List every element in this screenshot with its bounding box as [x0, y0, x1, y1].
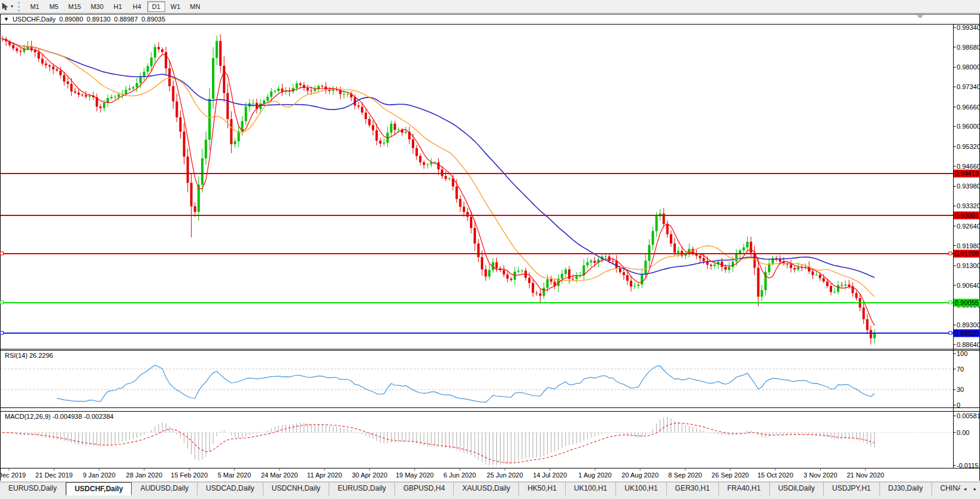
svg-text:25 Jun 2020: 25 Jun 2020	[487, 471, 523, 479]
pane-borders	[0, 14, 980, 481]
svg-text:3 Nov 2020: 3 Nov 2020	[803, 471, 837, 479]
svg-text:21 Nov 2020: 21 Nov 2020	[847, 471, 884, 479]
timeframe-W1-button[interactable]: W1	[166, 1, 185, 12]
ohlc-low: 0.88987	[114, 16, 138, 23]
svg-text:0.91709: 0.91709	[955, 250, 979, 257]
chevron-down-icon: ▾	[11, 4, 13, 9]
date-axis: 3 Dec 201921 Dec 20199 Jan 202028 Jan 20…	[0, 468, 884, 479]
chart-window: 0.993400.986800.980000.973400.966600.960…	[0, 0, 980, 499]
moving-averages-layer	[2, 39, 875, 325]
timeframe-M1-button[interactable]: M1	[26, 1, 44, 12]
svg-text:15 Feb 2020: 15 Feb 2020	[171, 471, 208, 479]
svg-text:3 Dec 2019: 3 Dec 2019	[0, 471, 26, 479]
cursor-icon	[1, 2, 9, 11]
ohlc-close: 0.89035	[141, 16, 165, 23]
svg-text:100: 100	[957, 350, 967, 357]
tab-USDCNH-Daily[interactable]: USDCNH,Daily	[263, 482, 329, 495]
svg-text:0.99340: 0.99340	[957, 24, 980, 31]
svg-text:11 Apr 2020: 11 Apr 2020	[307, 471, 342, 479]
svg-text:15 Oct 2020: 15 Oct 2020	[757, 471, 793, 479]
svg-text:30 Apr 2020: 30 Apr 2020	[352, 471, 387, 479]
macd-indicator-label: MACD(12,26,9) -0.004938 -0.002384	[5, 413, 114, 420]
chart-tabs: EURUSD,DailyUSDCHF,DailyAUDUSD,DailyUSDC…	[0, 482, 960, 495]
tab-scroll-left-icon[interactable]: ◂	[960, 482, 970, 495]
svg-text:0.88640: 0.88640	[957, 341, 980, 348]
timeframe-M30-button[interactable]: M30	[86, 1, 107, 12]
ohlc-high: 0.89130	[87, 16, 111, 23]
svg-text:0.98000: 0.98000	[957, 63, 980, 71]
svg-text:0.92640: 0.92640	[957, 223, 980, 230]
timeframe-buttons: M1M5M15M30H1H4D1W1MN	[25, 1, 205, 12]
tab-HK50-H1[interactable]: HK50,H1	[519, 482, 566, 495]
tab-XAUUSD-Daily[interactable]: XAUUSD,Daily	[454, 482, 519, 495]
svg-text:5 Mar 2020: 5 Mar 2020	[218, 471, 251, 479]
svg-text:30: 30	[957, 386, 964, 393]
timeframe-MN-button[interactable]: MN	[186, 1, 204, 12]
svg-text:0.93980: 0.93980	[957, 182, 980, 190]
rsi-pane: 10070300	[1, 350, 967, 409]
svg-text:0.90640: 0.90640	[957, 282, 980, 289]
chart-title: ▼ USDCHF,Daily 0.89080 0.89130 0.88987 0…	[4, 16, 165, 23]
svg-text:0: 0	[957, 401, 960, 409]
svg-text:70: 70	[957, 366, 964, 373]
toolbar-grip-handle[interactable]	[18, 2, 23, 11]
tab-EURUSD-Daily[interactable]: EURUSD,Daily	[329, 482, 395, 495]
timeframe-M15-button[interactable]: M15	[64, 1, 85, 12]
toolbar: ▾ M1M5M15M30H1H4D1W1MN	[0, 0, 980, 13]
timeframe-H4-button[interactable]: H4	[128, 1, 146, 12]
candles-layer	[1, 34, 876, 344]
tab-FRA40-H1[interactable]: FRA40,H1	[719, 482, 770, 495]
svg-text:14 Jul 2020: 14 Jul 2020	[533, 471, 567, 479]
svg-text:20 Aug 2020: 20 Aug 2020	[621, 471, 659, 479]
tab-scroll-right-icon[interactable]: ▸	[970, 482, 980, 495]
tab-UK100-H1[interactable]: UK100,H1	[616, 482, 666, 495]
chart-canvas[interactable]: 0.993400.986800.980000.973400.966600.960…	[0, 0, 980, 499]
svg-text:1 Aug 2020: 1 Aug 2020	[578, 471, 612, 479]
tab-DJ30-Daily[interactable]: DJ30,Daily	[880, 482, 932, 495]
svg-text:0.97340: 0.97340	[957, 83, 980, 90]
svg-text:28 Jan 2020: 28 Jan 2020	[126, 471, 163, 479]
svg-text:0.90055: 0.90055	[955, 299, 979, 306]
timeframe-M5-button[interactable]: M5	[45, 1, 63, 12]
tab-USDCHF-Daily[interactable]: USDCHF,Daily	[66, 482, 132, 495]
svg-text:0.98680: 0.98680	[957, 44, 980, 51]
ohlc-open: 0.89080	[59, 16, 83, 23]
svg-text:0.00: 0.00	[957, 429, 969, 436]
tab-EURUSD-Daily[interactable]: EURUSD,Daily	[0, 482, 66, 495]
cursor-tool-button[interactable]: ▾	[0, 1, 16, 13]
svg-text:26 Sep 2020: 26 Sep 2020	[712, 471, 749, 479]
horizontal-lines-layer: 0.944130.930010.917090.900550.89026	[1, 170, 980, 337]
collapse-ohlc-icon[interactable]: ▼	[4, 16, 9, 22]
svg-text:0.91300: 0.91300	[957, 262, 980, 269]
svg-text:8 Sep 2020: 8 Sep 2020	[668, 471, 702, 479]
tab-AUDUSD-Daily[interactable]: AUDUSD,Daily	[132, 482, 198, 495]
svg-text:0.93320: 0.93320	[957, 202, 980, 209]
svg-text:21 Dec 2019: 21 Dec 2019	[35, 471, 72, 479]
timeframe-D1-button[interactable]: D1	[147, 1, 165, 12]
chart-symbol: USDCHF,Daily	[13, 16, 56, 23]
svg-text:0.93001: 0.93001	[955, 212, 979, 219]
svg-text:0.89300: 0.89300	[957, 321, 980, 328]
svg-text:0.95320: 0.95320	[957, 143, 980, 150]
tab-USDJPY-H1[interactable]: USDJPY,H1	[824, 482, 879, 495]
svg-text:-0.011514: -0.011514	[957, 462, 980, 469]
svg-text:6 Jun 2020: 6 Jun 2020	[444, 471, 476, 479]
tab-USOil-Daily[interactable]: USOil,Daily	[770, 482, 824, 495]
svg-text:24 Mar 2020: 24 Mar 2020	[261, 471, 298, 479]
svg-text:0.89026: 0.89026	[955, 330, 979, 337]
tab-CHINA300-H1[interactable]: CHINA300,H1	[932, 482, 960, 495]
tab-UK100-H1[interactable]: UK100,H1	[566, 482, 616, 495]
timeframe-H1-button[interactable]: H1	[109, 1, 127, 12]
tab-USDCAD-Daily[interactable]: USDCAD,Daily	[198, 482, 263, 495]
svg-text:0.96660: 0.96660	[957, 104, 980, 111]
svg-text:0.94413: 0.94413	[955, 170, 979, 177]
tab-GBPUSD-H4[interactable]: GBPUSD,H4	[395, 482, 454, 495]
tab-GER30-H1[interactable]: GER30,H1	[667, 482, 719, 495]
svg-text:0.96000: 0.96000	[957, 123, 980, 130]
rsi-indicator-label: RSI(14) 26.2296	[5, 352, 53, 359]
svg-text:0.94660: 0.94660	[957, 163, 980, 170]
svg-text:19 May 2020: 19 May 2020	[396, 471, 434, 479]
macd-pane: 0.0058180.00-0.011514	[1, 412, 980, 469]
chart-shift-marker-icon	[917, 15, 924, 19]
svg-text:0.005818: 0.005818	[957, 412, 980, 419]
